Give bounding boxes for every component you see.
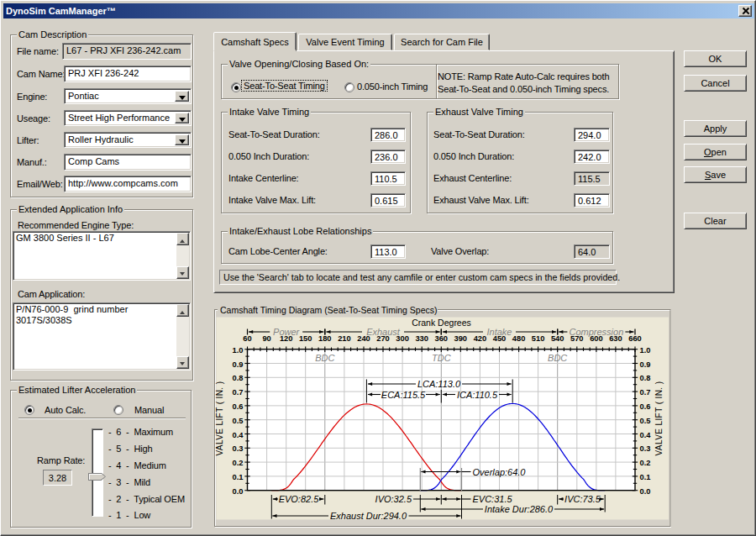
svg-text:1.0: 1.0 [640,346,651,355]
svg-text:ECA:115.5: ECA:115.5 [381,390,426,400]
svg-text:VALVE LIFT ( IN. ): VALVE LIFT ( IN. ) [654,381,664,456]
svg-text:0.6: 0.6 [640,402,651,411]
svg-text:180: 180 [318,334,332,343]
svg-text:IVC:73.5: IVC:73.5 [564,494,601,504]
svg-text:ICA:110.5: ICA:110.5 [457,390,498,400]
svg-text:150: 150 [299,334,312,343]
svg-text:660: 660 [628,334,642,343]
svg-text:0.2: 0.2 [233,459,244,467]
svg-text:Overlap:64.0: Overlap:64.0 [473,467,527,477]
svg-text:90: 90 [262,334,270,343]
svg-text:EVC:31.5: EVC:31.5 [473,494,513,504]
svg-text:1.0: 1.0 [233,346,244,355]
svg-text:Power: Power [273,327,301,337]
svg-text:0.8: 0.8 [640,374,651,382]
svg-text:Compression: Compression [569,327,623,337]
svg-text:0.2: 0.2 [640,459,651,467]
svg-text:540: 540 [551,334,564,343]
svg-text:Camshaft Timing Diagram (Seat-: Camshaft Timing Diagram (Seat-To-Seat Ti… [220,305,438,315]
svg-text:0.1: 0.1 [640,473,651,481]
svg-text:0.0: 0.0 [233,487,244,496]
svg-text:0.5: 0.5 [233,417,244,425]
svg-text:390: 390 [454,334,468,343]
svg-text:210: 210 [338,334,351,343]
svg-text:0.4: 0.4 [233,431,244,439]
svg-text:VALVE LIFT ( IN. ): VALVE LIFT ( IN. ) [215,381,224,456]
svg-text:0.6: 0.6 [233,402,244,411]
svg-text:0.8: 0.8 [233,374,244,382]
svg-text:0.4: 0.4 [640,431,652,439]
svg-text:IVO:32.5: IVO:32.5 [375,494,412,504]
svg-text:BDC: BDC [315,353,334,363]
svg-text:480: 480 [512,334,526,343]
svg-text:BDC: BDC [548,353,567,363]
svg-text:Exhaust: Exhaust [366,327,401,337]
svg-text:510: 510 [532,334,545,343]
svg-text:0.0: 0.0 [640,487,651,496]
svg-text:0.7: 0.7 [640,388,651,397]
svg-text:0.9: 0.9 [640,360,651,369]
svg-text:TDC: TDC [432,353,451,363]
svg-text:0.3: 0.3 [233,444,244,453]
svg-text:330: 330 [415,334,428,343]
svg-text:LCA:113.0: LCA:113.0 [417,379,461,389]
svg-text:60: 60 [243,334,251,343]
svg-text:Crank Degrees: Crank Degrees [412,318,471,328]
svg-text:EVO:82.5: EVO:82.5 [279,494,320,504]
svg-text:360: 360 [435,334,449,343]
svg-text:420: 420 [474,334,487,343]
svg-text:Intake: Intake [487,327,512,337]
svg-text:Exhaust Dur:294.0: Exhaust Dur:294.0 [330,511,407,521]
svg-text:0.7: 0.7 [233,388,244,397]
svg-text:Intake Dur:286.0: Intake Dur:286.0 [485,504,554,514]
svg-text:0.3: 0.3 [640,444,651,453]
svg-text:0.1: 0.1 [233,473,244,481]
svg-text:0.9: 0.9 [233,360,244,369]
svg-text:0.5: 0.5 [640,417,651,425]
